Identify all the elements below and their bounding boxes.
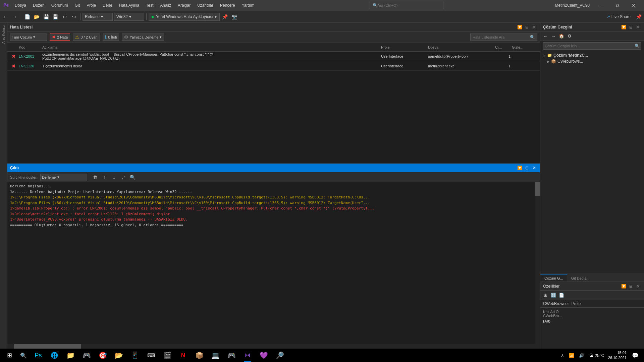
output-find-button[interactable]: 🔍 [129, 173, 137, 181]
minimize-button[interactable]: — [594, 0, 609, 11]
col-header-file[interactable]: Dosya [428, 45, 495, 49]
menu-goruntum[interactable]: Görünüm [48, 2, 71, 9]
warning-count-badge[interactable]: ⚠ 0 / 2 Uyarı [73, 34, 100, 41]
menu-test[interactable]: Test [143, 2, 157, 9]
maximize-button[interactable]: ⧉ [610, 0, 625, 11]
row-0-code[interactable]: LNK2001 [19, 54, 42, 58]
col-header-code[interactable]: Kod [19, 45, 42, 49]
output-scroll-down-button[interactable]: ↓ [110, 173, 118, 181]
props-pages-button[interactable]: 📄 [558, 292, 565, 299]
open-button[interactable]: 📂 [33, 13, 41, 21]
info-count-badge[interactable]: ℹ 0 İleti [103, 34, 119, 41]
output-source-dropdown[interactable]: Derleme ▾ [40, 174, 87, 181]
tray-sound[interactable]: 🔊 [578, 353, 585, 358]
tray-weather[interactable]: 🌤 25°C [588, 353, 605, 358]
output-hscroll-thumb[interactable] [14, 344, 81, 349]
error-search-box[interactable]: 🔍 [470, 34, 537, 41]
scope-filter-dropdown[interactable]: Tüm Çözüm ▾ [10, 34, 47, 41]
tab-solution-explorer[interactable]: Çözüm G... [540, 275, 567, 282]
save-button[interactable]: 💾 [42, 13, 50, 21]
sol-dock-button[interactable]: ⊟ [628, 24, 634, 30]
sol-forward-button[interactable]: → [550, 33, 557, 40]
sol-close-button[interactable]: ✕ [635, 24, 641, 30]
global-search-box[interactable]: 🔍 Ara (Ctrl+Q) [370, 2, 443, 9]
taskbar-search[interactable]: 🔍 [17, 349, 30, 362]
error-search-input[interactable] [473, 35, 529, 39]
sol-home-button[interactable]: 🏠 [558, 33, 565, 40]
error-count-badge[interactable]: ✖ 2 Hata [50, 34, 70, 41]
error-list-dock-button[interactable]: ⊟ [524, 24, 530, 30]
tray-up-arrow[interactable]: ∧ [560, 353, 565, 358]
undo-button[interactable]: ↩ [61, 13, 69, 21]
props-dock-button[interactable]: ⊟ [628, 283, 634, 289]
build-config-dropdown[interactable]: Release ▾ [83, 13, 113, 21]
taskbar-explorer[interactable]: 📂 [111, 349, 126, 362]
system-clock[interactable]: 15:01 26.10.2021 [608, 350, 627, 361]
taskbar-app5[interactable]: 💜 [256, 349, 271, 362]
output-pin-button[interactable]: 🔽 [517, 165, 523, 171]
menu-pencere[interactable]: Pencere [217, 2, 238, 9]
menu-hata-ayikla[interactable]: Hata Ayıkla [116, 2, 143, 9]
taskbar-chrome[interactable]: 🌐 [47, 349, 62, 362]
menu-derle[interactable]: Derle [99, 2, 116, 9]
output-scrollbar-thumb[interactable] [535, 182, 540, 196]
save-all-button[interactable]: 💾 [51, 13, 59, 21]
error-list-pin-button[interactable]: 🔽 [517, 24, 523, 30]
menu-yardim[interactable]: Yardım [238, 2, 258, 9]
output-wrap-button[interactable]: ⇌ [119, 173, 127, 181]
sol-settings-button[interactable]: ⚙ [566, 33, 573, 40]
row-0-code-link[interactable]: LNK2001 [19, 54, 34, 58]
row-1-code-link[interactable]: LNK1120 [19, 64, 34, 68]
tree-item-cwebbrowser[interactable]: ▶ 📦 CWebBrows... [540, 58, 644, 64]
menu-araclar[interactable]: Araçlar [174, 2, 194, 9]
compiled-filter-badge[interactable]: ⚙ Yalnızca Derleme ▾ [122, 34, 164, 41]
error-list-close-button[interactable]: ✕ [531, 24, 537, 30]
menu-proje[interactable]: Proje [83, 2, 99, 9]
taskbar-photoshop[interactable]: Ps [31, 349, 46, 362]
taskbar-search2[interactable]: 🔎 [272, 349, 287, 362]
pin-toolbar-button[interactable]: 📌 [635, 13, 643, 21]
col-header-hidden[interactable]: Gizle... [512, 45, 539, 49]
output-close-button[interactable]: ✕ [531, 165, 537, 171]
solution-search-box[interactable]: 🔍 [543, 42, 641, 50]
forward-button[interactable]: → [11, 13, 19, 21]
snapshot-button[interactable]: 📷 [230, 13, 238, 21]
table-row[interactable]: ✖ LNK1120 1 çözümlenmemiş dışlar UserInt… [7, 61, 540, 71]
platform-dropdown[interactable]: Win32 ▾ [114, 13, 144, 21]
new-project-button[interactable]: 📄 [23, 13, 31, 21]
taskbar-app3[interactable]: 🎬 [160, 349, 174, 362]
props-pin-button[interactable]: 🔽 [621, 283, 627, 289]
row-1-code[interactable]: LNK1120 [19, 64, 42, 68]
col-header-desc[interactable]: Açıklama [42, 45, 381, 49]
output-clear-button[interactable]: 🗑 [91, 173, 99, 181]
menu-duzen[interactable]: Düzen [30, 2, 48, 9]
output-hscroll[interactable] [7, 344, 540, 349]
taskbar-cmd[interactable]: ⌨ [144, 349, 158, 362]
col-header-project[interactable]: Proje [381, 45, 428, 49]
run-button[interactable]: ▶ Yerel Windows Hata Ayıklayıcısı ▾ [149, 13, 220, 21]
taskbar-vs[interactable] [240, 349, 255, 362]
close-button[interactable]: ✕ [626, 0, 641, 11]
taskbar-netflix[interactable]: N [176, 349, 191, 362]
taskbar-terminal[interactable]: 💻 [208, 349, 223, 362]
props-close-button[interactable]: ✕ [635, 283, 641, 289]
props-alpha-button[interactable]: 🔡 [550, 292, 557, 299]
col-header-line[interactable]: Çı... [495, 45, 512, 49]
tree-item-solution[interactable]: ▷ 📁 Çözüm 'Metin2C... [540, 52, 644, 58]
output-dock-button[interactable]: ⊟ [524, 165, 530, 171]
output-scrollbar[interactable] [535, 182, 540, 344]
taskbar-app1[interactable]: 🎯 [95, 349, 110, 362]
menu-analiz[interactable]: Analiz [157, 2, 174, 9]
live-share-button[interactable]: ↗ Live Share [604, 14, 633, 19]
menu-dosya[interactable]: Dosya [11, 2, 30, 9]
taskbar-steam[interactable]: 🎮 [79, 349, 94, 362]
notification-center-button[interactable]: 💬 [629, 349, 641, 362]
tray-network[interactable]: 📶 [568, 353, 575, 358]
start-button[interactable]: ⊞ [3, 349, 16, 362]
redo-button[interactable]: ↪ [70, 13, 78, 21]
taskbar-box[interactable]: 📦 [192, 349, 207, 362]
output-scroll-up-button[interactable]: ↑ [101, 173, 109, 181]
taskbar-game2[interactable]: 🎮 [224, 349, 239, 362]
sol-pin-button[interactable]: 🔽 [621, 24, 627, 30]
menu-uzantilar[interactable]: Uzantılar [194, 2, 217, 9]
